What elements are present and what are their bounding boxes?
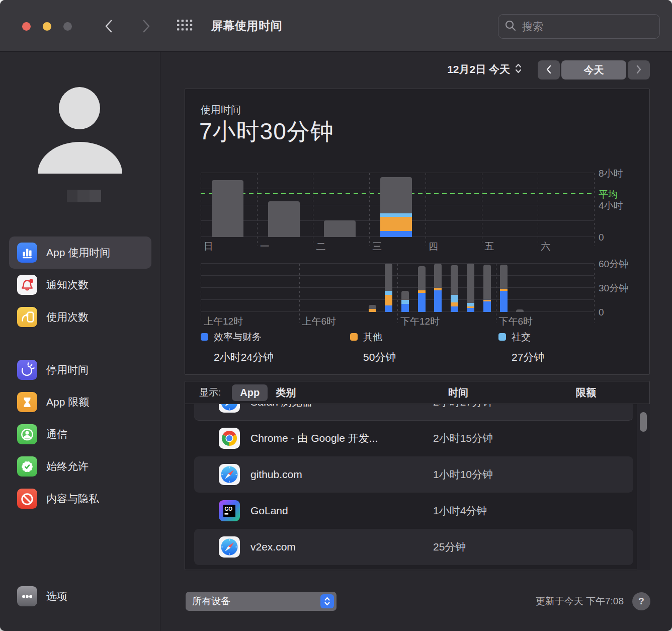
sidebar-item-label: 通知次数 bbox=[46, 278, 89, 292]
legend-label: 效率与财务 bbox=[214, 332, 274, 343]
options-icon bbox=[17, 586, 37, 606]
bar-segment-social bbox=[451, 295, 458, 302]
bar-14[interactable] bbox=[434, 264, 442, 312]
sidebar-item-content-privacy[interactable]: 内容与隐私 bbox=[9, 483, 151, 515]
bar-segment-social bbox=[380, 213, 412, 217]
device-filter-value: 所有设备 bbox=[192, 595, 320, 608]
safari-icon bbox=[218, 463, 240, 486]
table-row[interactable]: github.com 1小时10分钟 bbox=[194, 456, 633, 493]
table-row[interactable]: Chrome - 由 Google 开发... 2小时15分钟 bbox=[194, 420, 633, 456]
sidebar: App 使用时间 通知次数 bbox=[0, 52, 160, 631]
app-list-card: 显示: App 类别 时间 限额 Safari 浏览器 2小时27分钟 Chro… bbox=[185, 381, 650, 570]
sidebar-item-pickups[interactable]: 使用次数 bbox=[9, 301, 151, 333]
bar-13[interactable] bbox=[418, 266, 426, 312]
column-header-limit: 限额 bbox=[576, 381, 596, 404]
app-grid-icon[interactable] bbox=[177, 20, 193, 33]
sidebar-item-label: 通信 bbox=[46, 427, 67, 441]
content-privacy-icon bbox=[17, 489, 37, 509]
average-label: 平均 bbox=[599, 190, 618, 199]
usage-chart-card: 使用时间 7小时30分钟 平均8小时4小时0日一二三四五六 60分钟30分钟0上… bbox=[185, 89, 650, 375]
main-content: 12月2日 今天 今天 使用时间 7小时30分钟 平均8小时4小时0日一二三四五… bbox=[160, 52, 672, 631]
legend-value: 50分钟 bbox=[363, 350, 396, 364]
app-list: Safari 浏览器 2小时27分钟 Chrome - 由 Google 开发.… bbox=[185, 404, 637, 565]
safari-icon bbox=[218, 404, 240, 413]
forward-button[interactable] bbox=[139, 19, 152, 33]
goland-icon: GO bbox=[218, 500, 240, 522]
bar-11[interactable] bbox=[385, 264, 392, 312]
bar-17[interactable] bbox=[483, 265, 491, 312]
help-button[interactable]: ? bbox=[632, 592, 650, 610]
device-filter-select[interactable]: 所有设备 bbox=[186, 592, 337, 611]
next-day-button[interactable] bbox=[628, 60, 650, 80]
search-field[interactable] bbox=[498, 14, 660, 39]
communication-icon bbox=[17, 424, 37, 444]
mode-tab-category[interactable]: 类别 bbox=[276, 386, 296, 400]
x-axis-label: 日 bbox=[201, 242, 213, 251]
sidebar-item-app-limits[interactable]: App 限额 bbox=[9, 386, 151, 418]
usage-total: 7小时30分钟 bbox=[199, 116, 334, 147]
bar-10[interactable] bbox=[369, 305, 376, 312]
axis-separator bbox=[369, 173, 370, 246]
bar-2[interactable] bbox=[324, 220, 356, 237]
app-usage-icon bbox=[17, 243, 37, 263]
bar-segment-social bbox=[385, 291, 392, 295]
app-time: 1小时10分钟 bbox=[433, 467, 493, 482]
zoom-button[interactable] bbox=[63, 22, 72, 31]
previous-day-button[interactable] bbox=[538, 60, 560, 80]
mode-tab-app[interactable]: App bbox=[232, 384, 268, 401]
y-axis-label: 4小时 bbox=[599, 200, 623, 210]
date-picker[interactable]: 12月2日 今天 bbox=[447, 62, 522, 76]
app-limits-icon bbox=[17, 392, 37, 412]
chevron-right-icon bbox=[139, 19, 152, 33]
y-axis-label: 30分钟 bbox=[599, 283, 628, 293]
bar-3[interactable] bbox=[380, 177, 412, 237]
bar-segment-other bbox=[369, 309, 376, 312]
sidebar-item-always-allowed[interactable]: 始终允许 bbox=[9, 450, 151, 483]
axis-separator bbox=[299, 264, 300, 323]
bar-15[interactable] bbox=[451, 265, 458, 312]
bar-segment-uncategorized bbox=[451, 265, 458, 295]
bar-0[interactable] bbox=[212, 180, 243, 237]
bar-12[interactable] bbox=[401, 291, 409, 312]
screen-time-window: 屏幕使用时间 App 使用时间 bbox=[0, 0, 672, 631]
titlebar: 屏幕使用时间 bbox=[0, 0, 672, 52]
date-stepper-icon[interactable] bbox=[515, 63, 522, 76]
bar-segment-productivity bbox=[401, 304, 409, 312]
app-time: 1小时4分钟 bbox=[433, 504, 487, 518]
table-row[interactable]: Safari 浏览器 2小时27分钟 bbox=[194, 404, 633, 420]
sidebar-item-communication[interactable]: 通信 bbox=[9, 418, 151, 450]
axis-separator bbox=[426, 173, 426, 246]
x-axis-label: 五 bbox=[482, 242, 494, 251]
sidebar-item-app-usage[interactable]: App 使用时间 bbox=[9, 236, 151, 269]
sidebar-item-label: 停用时间 bbox=[46, 363, 89, 377]
app-name: github.com bbox=[250, 468, 302, 481]
close-button[interactable] bbox=[22, 22, 31, 31]
bar-19[interactable] bbox=[516, 309, 524, 312]
sidebar-item-options[interactable]: 选项 bbox=[9, 580, 151, 612]
axis-separator bbox=[313, 173, 313, 246]
bar-1[interactable] bbox=[268, 201, 300, 237]
scrollbar-track[interactable] bbox=[637, 404, 650, 570]
x-axis-label: 三 bbox=[369, 242, 382, 251]
today-button[interactable]: 今天 bbox=[561, 60, 626, 80]
x-axis-label: 四 bbox=[426, 242, 438, 251]
list-header: 显示: App 类别 时间 限额 bbox=[185, 381, 649, 404]
date-label: 12月2日 今天 bbox=[447, 62, 510, 76]
sidebar-item-notifications[interactable]: 通知次数 bbox=[9, 269, 151, 301]
legend-label: 社交 bbox=[512, 332, 544, 343]
bar-segment-other bbox=[385, 295, 392, 305]
bar-18[interactable] bbox=[500, 265, 508, 312]
table-row[interactable]: GO GoLand 1小时4分钟 bbox=[194, 493, 633, 529]
scrollbar-thumb[interactable] bbox=[640, 412, 647, 432]
legend-label: 其他 bbox=[363, 332, 396, 343]
back-button[interactable] bbox=[103, 19, 116, 33]
minimize-button[interactable] bbox=[43, 22, 51, 31]
bar-segment-uncategorized bbox=[483, 265, 491, 300]
bar-segment-productivity bbox=[418, 293, 426, 312]
search-input[interactable] bbox=[521, 20, 659, 33]
sidebar-item-downtime[interactable]: 停用时间 bbox=[9, 354, 151, 386]
bar-16[interactable] bbox=[467, 264, 474, 312]
bar-segment-uncategorized bbox=[369, 305, 376, 309]
table-row[interactable]: v2ex.com 25分钟 bbox=[194, 529, 633, 565]
x-axis-label: 六 bbox=[538, 242, 550, 251]
